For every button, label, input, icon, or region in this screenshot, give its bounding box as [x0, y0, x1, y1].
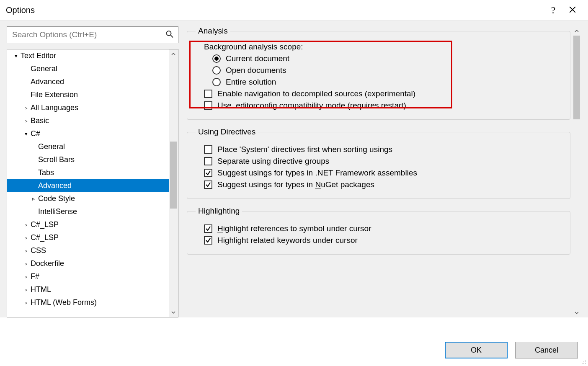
checkbox-icon[interactable]	[204, 169, 212, 177]
checkbox-icon[interactable]	[204, 180, 212, 189]
settings-content: Analysis Background analysis scope: Curr…	[187, 26, 570, 317]
radio-option[interactable]: Open documents	[212, 66, 562, 75]
radio-label: Open documents	[226, 66, 286, 75]
tree-node[interactable]: ▹F#	[7, 270, 178, 283]
search-icon	[165, 30, 174, 40]
checkbox-option[interactable]: Separate using directive groups	[204, 157, 562, 166]
checkbox-icon[interactable]	[204, 157, 212, 165]
checkbox-label: Suggest usings for types in .NET Framewo…	[217, 168, 417, 178]
chevron-right-icon[interactable]: ▹	[23, 222, 29, 228]
resize-grip-icon[interactable]	[580, 358, 586, 364]
tree-node[interactable]: ▹All Languages	[7, 101, 178, 114]
tree-node[interactable]: ·Advanced	[7, 179, 178, 192]
tree-node[interactable]: ▹Code Style	[7, 192, 178, 205]
cancel-button[interactable]: Cancel	[515, 342, 578, 358]
checkbox-option[interactable]: Use .editorconfig compatibility mode (re…	[204, 101, 562, 110]
scroll-thumb[interactable]	[170, 142, 177, 209]
chevron-right-icon[interactable]: ▹	[23, 118, 29, 124]
checkbox-option[interactable]: Suggest usings for types in .NET Framewo…	[204, 168, 562, 178]
tree-node[interactable]: ·General	[7, 140, 178, 153]
tree-node[interactable]: ▹Basic	[7, 114, 178, 127]
checkbox-option[interactable]: Suggest usings for types in NuGet packag…	[204, 180, 562, 189]
tree-node-label: Advanced	[31, 77, 64, 86]
search-field[interactable]	[7, 26, 178, 43]
tree-node[interactable]: ▹C#_LSP	[7, 231, 178, 244]
left-column: ▾Text Editor·General·Advanced·File Exten…	[7, 21, 178, 317]
scroll-down-icon[interactable]	[572, 308, 581, 317]
checkbox-option[interactable]: Place 'System' directives first when sor…	[204, 145, 562, 154]
close-button[interactable]	[563, 5, 582, 15]
chevron-right-icon[interactable]: ▹	[23, 299, 29, 306]
dialog-buttons: OK Cancel	[445, 342, 578, 358]
analysis-legend: Analysis	[196, 26, 230, 36]
checkbox-label: Highlight related keywords under cursor	[217, 236, 358, 245]
tree-node[interactable]: ·File Extension	[7, 88, 178, 101]
radio-icon[interactable]	[212, 78, 221, 86]
checkbox-option[interactable]: Enable navigation to decompiled sources …	[204, 89, 562, 98]
chevron-down-icon[interactable]: ▾	[13, 53, 19, 59]
using-group: Using Directives Place 'System' directiv…	[187, 127, 570, 199]
chevron-right-icon[interactable]: ▹	[31, 196, 36, 202]
scroll-up-icon[interactable]	[169, 49, 178, 59]
checkbox-label: Separate using directive groups	[217, 157, 329, 166]
radio-icon[interactable]	[212, 54, 221, 63]
tree-node[interactable]: ·Advanced	[7, 75, 178, 88]
tree-node-label: F#	[31, 272, 39, 281]
tree-node[interactable]: ▹HTML	[7, 283, 178, 296]
tree-node-label: Code Style	[38, 194, 75, 203]
svg-point-6	[583, 363, 584, 364]
tree-node[interactable]: ▹HTML (Web Forms)	[7, 296, 178, 309]
chevron-right-icon[interactable]: ▹	[23, 260, 29, 267]
ok-button[interactable]: OK	[445, 342, 508, 358]
chevron-right-icon[interactable]: ▹	[23, 235, 29, 241]
tree-node[interactable]: ▾C#	[7, 127, 178, 140]
tree-node-label: HTML	[31, 285, 51, 294]
scroll-down-icon[interactable]	[169, 308, 178, 317]
analysis-group: Analysis Background analysis scope: Curr…	[187, 26, 570, 120]
checkbox-icon[interactable]	[204, 145, 212, 154]
tree-node[interactable]: ·General	[7, 62, 178, 75]
tree-node[interactable]: ▹Dockerfile	[7, 257, 178, 270]
svg-point-3	[583, 361, 584, 362]
tree-node[interactable]: ▹C#_LSP	[7, 218, 178, 231]
chevron-right-icon[interactable]: ▹	[23, 247, 29, 254]
radio-option[interactable]: Current document	[212, 54, 562, 63]
chevron-right-icon[interactable]: ▹	[23, 273, 29, 280]
chevron-right-icon[interactable]: ▹	[23, 286, 29, 293]
svg-line-1	[171, 35, 173, 38]
highlight-group: Highlighting Highlight references to sym…	[187, 206, 570, 255]
tree-node[interactable]: ▹CSS	[7, 244, 178, 257]
svg-point-0	[167, 31, 171, 36]
options-tree: ▾Text Editor·General·Advanced·File Exten…	[7, 49, 178, 317]
tree-node-label: General	[38, 142, 65, 151]
svg-point-5	[582, 363, 583, 364]
checkbox-option[interactable]: Highlight related keywords under cursor	[204, 236, 562, 245]
tree-node[interactable]: ·Scroll Bars	[7, 153, 178, 166]
scroll-thumb[interactable]	[573, 36, 580, 119]
tree-scrollbar[interactable]	[169, 49, 178, 317]
tree-node[interactable]: ·Tabs	[7, 166, 178, 179]
checkbox-icon[interactable]	[204, 101, 212, 110]
tree-node[interactable]: ·IntelliSense	[7, 205, 178, 218]
tree-node-label: C#_LSP	[31, 233, 59, 242]
scroll-up-icon[interactable]	[572, 26, 581, 36]
tree-node[interactable]: ▾Text Editor	[7, 49, 178, 62]
content-scrollbar[interactable]	[572, 26, 581, 317]
chevron-right-icon[interactable]: ▹	[23, 105, 29, 111]
highlight-legend: Highlighting	[196, 206, 242, 216]
checkbox-option[interactable]: Highlight references to symbol under cur…	[204, 224, 562, 233]
dialog-title: Options	[6, 5, 35, 15]
help-button[interactable]: ?	[544, 5, 563, 15]
checkbox-icon[interactable]	[204, 90, 212, 98]
search-input[interactable]	[11, 30, 174, 40]
svg-point-4	[585, 361, 586, 362]
checkbox-icon[interactable]	[204, 236, 212, 245]
tree-node-label: IntelliSense	[38, 207, 77, 216]
radio-option[interactable]: Entire solution	[212, 77, 562, 87]
chevron-down-icon[interactable]: ▾	[23, 131, 29, 137]
tree-node-label: Text Editor	[21, 52, 56, 60]
titlebar: Options ?	[0, 0, 588, 20]
checkbox-icon[interactable]	[204, 224, 212, 233]
radio-icon[interactable]	[212, 66, 221, 75]
right-column: Analysis Background analysis scope: Curr…	[187, 21, 581, 317]
